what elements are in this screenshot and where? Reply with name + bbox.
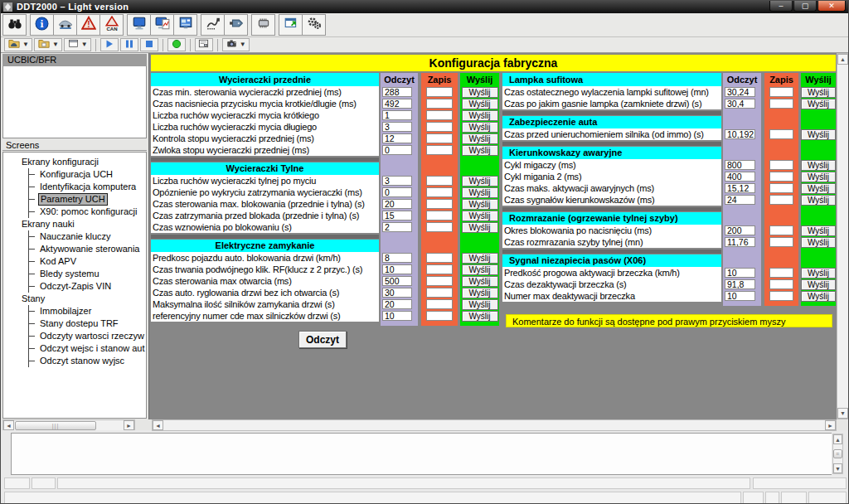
zapis-input-field[interactable] [426,299,453,309]
send-button[interactable]: Wyślij [462,110,498,121]
tree-item[interactable]: Odczyt stanow wyjsc [29,355,146,367]
chevron-down-icon[interactable]: ▼ [240,41,246,48]
zapis-input-field[interactable] [769,237,793,247]
zapis-input-field[interactable] [426,211,453,220]
scroll-up-icon[interactable]: ▲ [833,434,842,444]
send-button[interactable]: Wyślij [462,311,498,322]
send-button[interactable]: Wyślij [801,87,836,98]
odczyt-value-field[interactable]: 3 [382,122,412,132]
send-button[interactable]: Wyślij [801,172,836,182]
tree-item[interactable]: Identyfikacja komputera [29,181,146,193]
odczyt-value-field[interactable]: 10 [725,268,755,278]
send-button[interactable]: Wyślij [801,237,836,248]
tree-item[interactable]: Stany dostepu TRF [29,317,146,330]
zapis-input-field[interactable] [426,99,453,109]
zapis-input-field[interactable] [769,160,793,170]
odczyt-value-field[interactable]: 12 [382,133,412,143]
zapis-input-field[interactable] [769,129,793,139]
tree-item[interactable]: Kod APV [29,255,146,268]
send-button[interactable]: Wyślij [462,145,498,156]
tree-item[interactable]: Parametry UCH [29,193,146,206]
zapis-input-field[interactable] [426,222,453,232]
odczyt-value-field[interactable]: 10 [382,264,412,274]
odczyt-value-field[interactable]: 91,8 [725,279,755,289]
camera-button[interactable]: ▼ [222,38,250,51]
record-indicator-button[interactable] [167,38,186,51]
chevron-down-icon[interactable]: ▼ [22,41,29,48]
zapis-input-field[interactable] [769,183,793,193]
main-hscrollbar[interactable]: ◄ ► [152,419,837,431]
tree-item[interactable]: Aktywowanie sterowania [29,243,146,255]
monitor-report-button[interactable] [150,14,174,36]
new-window-button[interactable]: ▼ [64,38,91,51]
send-button[interactable]: Wyślij [801,99,836,109]
send-button[interactable]: Wyślij [462,122,498,133]
tree-item[interactable]: Konfiguracja UCH [29,168,146,181]
tree-item[interactable]: Odczyty wartosci rzeczyw [29,330,146,342]
zapis-input-field[interactable] [426,264,453,274]
zapis-input-field[interactable] [426,311,453,321]
scroll-right-icon[interactable]: ► [124,420,134,430]
send-button[interactable]: Wyślij [801,129,836,140]
odczyt-value-field[interactable]: 15 [382,211,412,220]
send-button[interactable]: Wyślij [801,195,836,206]
odczyt-value-field[interactable]: 24 [725,195,755,205]
zapis-input-field[interactable] [769,291,793,301]
read-all-button[interactable]: Odczyt [298,331,347,348]
odczyt-value-field[interactable]: 1 [382,110,412,120]
odczyt-value-field[interactable]: 20 [382,299,412,309]
send-button[interactable]: Wyślij [462,288,498,298]
send-button[interactable]: Wyślij [462,276,498,287]
minimize-button[interactable]: – [769,1,793,12]
zapis-input-field[interactable] [769,172,793,182]
chevron-down-icon[interactable]: ▼ [52,41,59,48]
send-button[interactable]: Wyślij [462,187,498,198]
chip-button[interactable] [251,14,275,36]
send-button[interactable]: Wyślij [801,279,836,290]
connector-button[interactable] [224,14,248,36]
zapis-input-field[interactable] [426,187,453,197]
zapis-input-field[interactable] [769,268,793,278]
odczyt-value-field[interactable]: 2 [382,222,412,232]
tree-group-1[interactable]: Ekrany nauki [3,218,146,230]
play-button[interactable] [100,38,119,51]
log-area[interactable] [11,433,832,475]
monitor-button[interactable] [127,14,151,36]
scroll-down-icon[interactable]: ▼ [833,463,842,473]
binoculars-button[interactable] [2,14,27,36]
odczyt-value-field[interactable]: 30,24 [725,87,755,97]
scroll-up-icon[interactable]: ▲ [837,54,848,65]
zapis-input-field[interactable] [426,133,453,143]
odczyt-value-field[interactable]: 0 [382,145,412,155]
tree-item[interactable]: Odczyt wejsc i stanow aut [29,342,146,355]
scroll-left-icon[interactable]: ◄ [153,420,163,430]
scroll-thumb[interactable]: ||| [15,421,96,430]
odczyt-value-field[interactable]: 288 [382,87,412,97]
open-vehicle-button[interactable]: ▼ [4,38,32,51]
can-warning-button[interactable]: CAN [99,14,124,36]
tree-group-0[interactable]: Ekrany konfiguracji [3,156,146,168]
pause-button[interactable] [120,38,138,51]
scroll-left-icon[interactable]: ◄ [3,420,14,430]
zapis-input-field[interactable] [769,279,793,289]
zapis-input-field[interactable] [426,145,453,155]
zapis-input-field[interactable] [769,195,793,205]
odczyt-value-field[interactable]: 30,4 [725,99,755,109]
send-button[interactable]: Wyślij [462,176,498,187]
zapis-input-field[interactable] [426,122,453,132]
send-button[interactable]: Wyślij [801,183,836,194]
send-button[interactable]: Wyślij [462,199,498,210]
tree-item[interactable]: Immobilajzer [29,305,146,317]
zapis-input-field[interactable] [769,87,793,97]
send-button[interactable]: Wyślij [801,160,836,171]
monitor-panel-button[interactable] [173,14,197,36]
tree-item[interactable]: Bledy systemu [29,268,146,280]
tree-item[interactable]: Nauczanie kluczy [29,230,146,243]
odczyt-value-field[interactable]: 800 [725,160,755,170]
odczyt-value-field[interactable]: 492 [382,99,412,109]
odczyt-value-field[interactable]: 3 [382,176,412,186]
vehicle-button[interactable] [53,14,77,36]
send-button[interactable]: Wyślij [462,299,498,310]
main-vscrollbar[interactable]: ▲ ▼ [837,53,849,419]
zapis-input-field[interactable] [769,225,793,235]
